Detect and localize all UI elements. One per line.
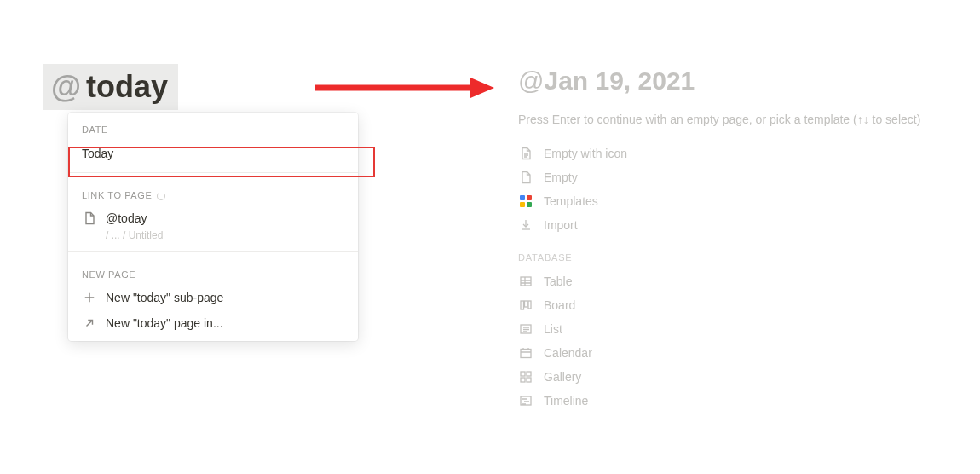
svg-rect-5	[527, 202, 532, 207]
option-timeline[interactable]: Timeline	[518, 389, 961, 413]
mention-input-chip[interactable]: @today	[43, 64, 178, 110]
page-icon	[518, 170, 533, 185]
option-table[interactable]: Table	[518, 269, 961, 293]
option-empty[interactable]: Empty	[518, 165, 961, 189]
new-subpage-text: New "today" sub-page	[106, 291, 223, 304]
option-templates[interactable]: Templates	[518, 189, 961, 213]
database-options-list: Table Board List Calendar	[518, 269, 961, 413]
section-label-database: DATABASE	[518, 252, 961, 266]
templates-icon	[518, 194, 533, 209]
new-page-in-text: New "today" page in...	[106, 316, 223, 330]
menu-item-today-label: Today	[82, 147, 113, 160]
svg-rect-11	[521, 350, 531, 358]
list-icon	[518, 321, 533, 337]
section-label-date: DATE	[68, 113, 358, 140]
menu-separator	[68, 251, 358, 252]
arrow-annotation-icon	[315, 76, 494, 100]
menu-separator	[68, 172, 358, 173]
menu-item-new-subpage[interactable]: New "today" sub-page	[68, 285, 358, 310]
gallery-icon	[518, 369, 533, 384]
option-gallery[interactable]: Gallery	[518, 365, 961, 389]
board-icon	[518, 298, 533, 313]
svg-rect-8	[525, 301, 528, 307]
timeline-icon	[518, 393, 533, 408]
svg-rect-14	[521, 378, 525, 382]
svg-rect-3	[527, 195, 532, 200]
menu-item-new-page-in[interactable]: New "today" page in...	[68, 310, 358, 336]
import-icon	[518, 217, 533, 233]
svg-rect-2	[520, 195, 525, 200]
page-icon	[82, 211, 97, 226]
arrow-up-right-icon	[82, 315, 97, 331]
page-title[interactable]: @Jan 19, 2021	[518, 66, 961, 95]
svg-rect-13	[527, 372, 531, 376]
option-list[interactable]: List	[518, 317, 961, 341]
result-page-preview: @Jan 19, 2021 Press Enter to continue wi…	[518, 66, 961, 413]
menu-item-today[interactable]: Today	[68, 140, 358, 167]
link-page-text: @today	[106, 211, 147, 225]
svg-marker-1	[470, 78, 494, 98]
plus-icon	[82, 290, 97, 305]
menu-item-link-page[interactable]: @today	[68, 205, 358, 231]
table-icon	[518, 274, 533, 289]
loading-spinner-icon	[157, 192, 165, 200]
option-empty-with-icon[interactable]: Empty with icon	[518, 142, 961, 165]
svg-rect-6	[521, 277, 531, 286]
svg-rect-4	[520, 202, 525, 207]
option-calendar[interactable]: Calendar	[518, 341, 961, 365]
at-symbol: @	[518, 66, 544, 95]
mention-suggestions-menu: DATE Today LINK TO PAGE @today / ... / U…	[68, 113, 358, 341]
svg-rect-15	[527, 378, 531, 382]
link-page-breadcrumb: / ... / Untitled	[68, 229, 358, 246]
svg-rect-9	[528, 301, 531, 309]
resolved-date: Jan 19, 2021	[544, 66, 695, 95]
page-with-text-icon	[518, 146, 533, 161]
svg-rect-7	[521, 301, 524, 309]
empty-page-hint: Press Enter to continue with an empty pa…	[518, 113, 961, 126]
svg-rect-12	[521, 372, 525, 376]
typed-text: today	[86, 69, 168, 104]
section-label-link-to-page: LINK TO PAGE	[68, 178, 358, 205]
option-import[interactable]: Import	[518, 213, 961, 237]
at-symbol: @	[51, 69, 81, 104]
option-board[interactable]: Board	[518, 293, 961, 317]
calendar-icon	[518, 345, 533, 361]
page-options-list: Empty with icon Empty Templates Import	[518, 142, 961, 237]
section-label-new-page: NEW PAGE	[68, 257, 358, 285]
